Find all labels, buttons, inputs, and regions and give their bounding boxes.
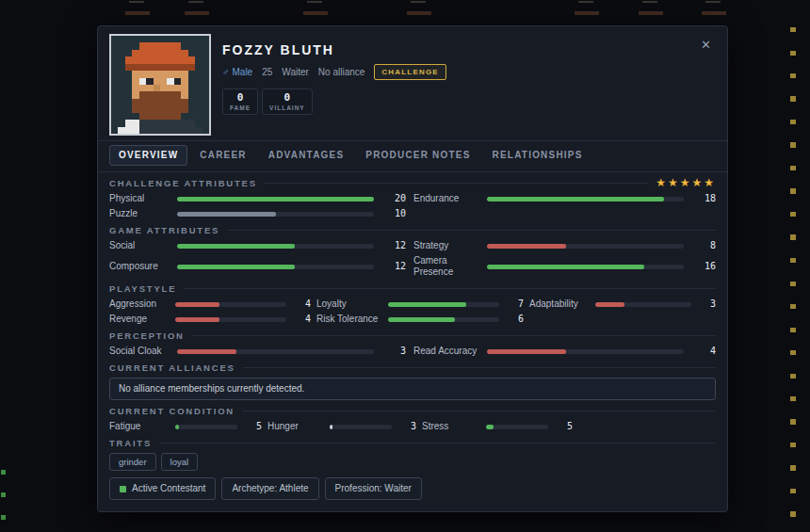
stat-label-aggression: Aggression [109,298,170,310]
stat-value-puzzle: 10 [381,208,406,219]
section-perception: PERCEPTIONSocial Cloak3Read Accuracy4 [109,330,716,357]
section-title: TRAITS [109,438,152,448]
stat-label-social: Social [109,240,170,251]
section-traits: TRAITS grinderloyal [109,438,716,471]
stat-bar-strategy [487,244,684,249]
profile-header: FOZZY BLUTH ♂ Male 25 Waiter No alliance… [98,34,727,141]
stat-label-stress: Stress [422,421,480,432]
stat-bar-revenge [175,317,286,322]
reputation-stats: 0 FAME 0 VILLAINY [222,89,716,115]
trait-chip-grinder: grinder [109,453,156,471]
background-strip [407,11,431,15]
background-tick [642,1,657,3]
stat-value-composure: 12 [381,261,406,272]
divider [227,230,716,231]
stat-label-physical: Physical [109,193,170,204]
stat-value-risk-tolerance: 6 [505,314,524,325]
background-dots-left [1,470,6,530]
badge-archetype-athlete: Archetype: Athlete [221,477,318,500]
stat-value-revenge: 4 [292,314,311,325]
alliance-message-text: No alliance memberships currently detect… [119,383,304,394]
villainy-value: 0 [269,92,305,103]
stat-label-revenge: Revenge [109,314,170,325]
stat-bar-loyalty [388,302,499,307]
divider [159,443,716,443]
badge-active-contestant: Active Contestant [109,477,216,500]
divider [242,411,716,411]
age-label: 25 [262,67,272,77]
challenge-badge[interactable]: CHALLENGE [374,64,446,80]
tab-advantages[interactable]: ADVANTAGES [259,145,354,166]
background-tick [307,1,322,3]
stat-label-hunger: Hunger [267,421,324,432]
stat-bar-physical [177,197,374,202]
stat-value-camera-presence: 16 [691,261,716,272]
tab-overview[interactable]: OVERVIEW [109,145,187,166]
tab-career[interactable]: CAREER [190,145,255,166]
stat-label-puzzle: Puzzle [109,208,170,219]
section-title: PERCEPTION [109,330,185,341]
stat-label-adaptability: Adaptability [529,298,590,310]
gender-label: Male [233,67,253,77]
stat-bar-aggression [175,302,286,307]
section-current-alliances: CURRENT ALLIANCES No alliance membership… [109,363,716,400]
background-tick [578,1,593,3]
background-strip [575,11,599,15]
stat-label-camera-presence: Camera Presence [413,255,479,278]
villainy-stat-box: 0 VILLAINY [262,89,313,115]
badge-profession-waiter: Profession: Waiter [325,477,422,500]
stat-bar-composure [177,265,374,269]
stat-bar-social [177,244,374,249]
background-strip [639,11,663,15]
background-tick [705,1,721,3]
contestant-profile-modal: ✕ FOZZY BLUTH ♂ Male 25 Waiter No allian… [97,25,728,512]
stat-bar-social-cloak [177,349,374,354]
profession-label: Waiter [282,67,309,77]
villainy-label: VILLAINY [269,105,305,111]
divider [265,183,648,184]
background-strip [303,11,328,15]
stat-label-read-accuracy: Read Accuracy [413,346,479,357]
stat-value-adaptability: 3 [697,298,716,310]
background-tick [129,1,144,3]
badge-label: Profession: Waiter [335,483,412,494]
background-strip [702,11,726,15]
alliance-status-label: No alliance [318,67,364,77]
active-indicator-icon [120,486,126,492]
stat-bar-read-accuracy [487,349,684,354]
stat-bar-adaptability [595,302,691,307]
background-tick [411,1,426,3]
section-challenge-attributes: CHALLENGE ATTRIBUTES★★★★★Physical20Endur… [109,178,716,219]
avatar [109,34,211,136]
stat-value-fatigue: 5 [243,421,262,432]
stat-label-social-cloak: Social Cloak [109,346,170,357]
section-title: PLAYSTYLE [109,283,176,294]
tab-producer-notes[interactable]: PRODUCER NOTES [356,145,479,166]
stat-value-loyalty: 7 [505,298,524,310]
fame-label: FAME [230,105,251,111]
section-title: CHALLENGE ATTRIBUTES [109,178,257,188]
stat-bar-stress [486,425,548,429]
tab-bar: OVERVIEWCAREERADVANTAGESPRODUCER NOTESRE… [98,141,727,172]
tab-relationships[interactable]: RELATIONSHIPS [483,145,592,166]
section-current-condition: CURRENT CONDITIONFatigue5Hunger3Stress5 [109,406,716,432]
stat-label-fatigue: Fatigue [109,421,170,432]
stat-value-stress: 5 [554,421,573,432]
stat-label-strategy: Strategy [413,240,479,251]
badge-label: Archetype: Athlete [232,483,308,494]
status-badges: Active ContestantArchetype: AthleteProfe… [109,477,716,500]
stat-label-endurance: Endurance [413,193,479,204]
stat-value-social: 12 [381,240,406,251]
badge-label: Active Contestant [132,483,205,494]
stat-bar-hunger [330,425,392,429]
stat-label-risk-tolerance: Risk Tolerance [316,314,382,325]
section-title: GAME ATTRIBUTES [109,225,219,235]
stat-bar-puzzle [177,212,374,217]
background-dots-right [790,27,796,532]
stat-value-read-accuracy: 4 [691,346,716,357]
section-title: CURRENT ALLIANCES [109,363,235,373]
gender-group: ♂ Male [222,67,252,77]
background-strip [185,11,209,15]
stat-label-loyalty: Loyalty [316,298,382,310]
star-rating: ★★★★★ [656,178,716,188]
